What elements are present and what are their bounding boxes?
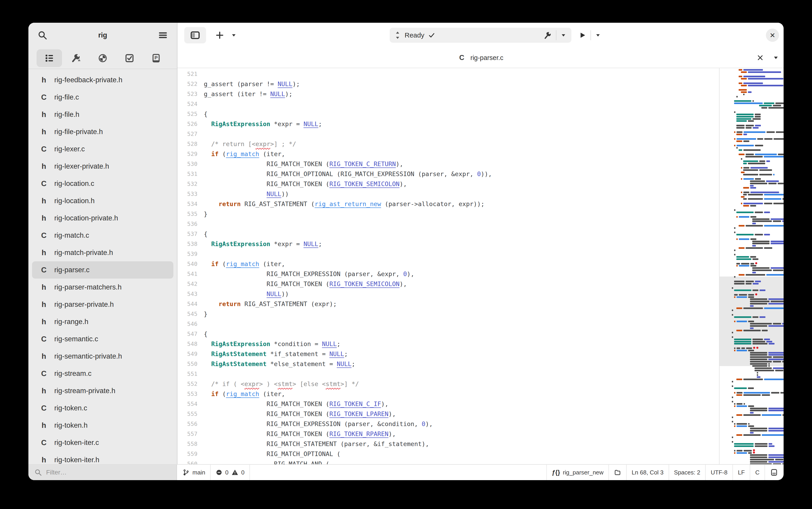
file-row-rig-range.h[interactable]: hrig-range.h bbox=[32, 313, 173, 330]
code-line-522[interactable]: 522g_assert (parser != NULL); bbox=[177, 79, 719, 89]
tab-close-icon[interactable] bbox=[757, 54, 764, 61]
file-row-rig-file-private.h[interactable]: hrig-file-private.h bbox=[32, 123, 173, 140]
minimap-row bbox=[750, 298, 784, 300]
file-row-rig-stream.c[interactable]: Crig-stream.c bbox=[32, 365, 173, 382]
code-line-537[interactable]: 537{ bbox=[177, 229, 719, 239]
code-line-544[interactable]: 544 return RIG_AST_STATEMENT (expr); bbox=[177, 299, 719, 309]
current-symbol-button[interactable]: ƒ{} rig_parser_new bbox=[552, 469, 603, 476]
code-line-545[interactable]: 545} bbox=[177, 309, 719, 319]
code-line-525[interactable]: 525{ bbox=[177, 109, 719, 119]
code-line-523[interactable]: 523g_assert (iter != NULL); bbox=[177, 89, 719, 99]
window-close-button[interactable]: ✕ bbox=[766, 29, 779, 42]
file-name: rig-semantic.c bbox=[54, 335, 98, 343]
filter-bar[interactable]: Filter… bbox=[28, 465, 177, 480]
line-ending-button[interactable]: LF bbox=[738, 469, 745, 476]
code-line-555[interactable]: 555 RIG_MATCH_TOKEN (RIG_TOKEN_LPAREN), bbox=[177, 409, 719, 419]
code-line-554[interactable]: 554 RIG_MATCH_TOKEN (RIG_TOKEN_C_IF), bbox=[177, 399, 719, 409]
file-row-rig-token-iter.h[interactable]: hrig-token-iter.h bbox=[32, 451, 173, 464]
tab-menu-chevron-icon[interactable] bbox=[773, 55, 779, 61]
file-row-rig-token-iter.c[interactable]: Crig-token-iter.c bbox=[32, 434, 173, 451]
code-line-529[interactable]: 529 if (rig_match (iter, bbox=[177, 149, 719, 159]
minimap[interactable] bbox=[719, 68, 784, 464]
branch-button[interactable]: main bbox=[182, 469, 205, 476]
code-line-542[interactable]: 542 RIG_MATCH_TOKEN (RIG_TOKEN_SEMICOLON… bbox=[177, 279, 719, 289]
code-line-528[interactable]: 528 /* return [<expr>] ; */ bbox=[177, 139, 719, 149]
code-line-532[interactable]: 532 RIG_MATCH_TOKEN (RIG_TOKEN_SEMICOLON… bbox=[177, 179, 719, 189]
minimap-row bbox=[739, 225, 784, 227]
code-line-558[interactable]: 558 RIG_MATCH_STATEMENT (parser, &if_sta… bbox=[177, 439, 719, 449]
code-line-553[interactable]: 553 if (rig_match (iter, bbox=[177, 389, 719, 399]
diagnostics-button[interactable]: 0 0 bbox=[216, 469, 244, 476]
code-line-556[interactable]: 556 RIG_MATCH_EXPRESSION (parser, &condi… bbox=[177, 419, 719, 429]
panel-tab-todo[interactable] bbox=[117, 49, 142, 67]
file-row-rig-feedback-private.h[interactable]: hrig-feedback-private.h bbox=[32, 71, 173, 89]
code-line-549[interactable]: 549 RigAstStatement *if_statement = NULL… bbox=[177, 349, 719, 359]
file-row-rig-parser-private.h[interactable]: hrig-parser-private.h bbox=[32, 296, 173, 313]
file-row-rig-file.h[interactable]: hrig-file.h bbox=[32, 106, 173, 123]
new-tab-menu-button[interactable] bbox=[229, 28, 238, 42]
file-row-rig-match-private.h[interactable]: hrig-match-private.h bbox=[32, 244, 173, 261]
file-row-rig-file.c[interactable]: Crig-file.c bbox=[32, 89, 173, 106]
code-line-530[interactable]: 530 RIG_MATCH_TOKEN (RIG_TOKEN_C_RETURN)… bbox=[177, 159, 719, 169]
search-button[interactable] bbox=[35, 28, 50, 42]
window-body: rig P bbox=[28, 23, 784, 464]
toggle-sidebar-button[interactable] bbox=[184, 27, 206, 43]
code-line-546[interactable]: 546 bbox=[177, 319, 719, 329]
code-line-550[interactable]: 550 RigAstStatement *else_statement = NU… bbox=[177, 359, 719, 369]
file-row-rig-location.h[interactable]: hrig-location.h bbox=[32, 192, 173, 209]
file-row-rig-match.c[interactable]: Crig-match.c bbox=[32, 227, 173, 244]
file-name: rig-match.c bbox=[54, 231, 89, 239]
source-editor[interactable]: 521522g_assert (parser != NULL);523g_ass… bbox=[177, 68, 719, 464]
run-icon[interactable] bbox=[579, 31, 587, 39]
code-line-521[interactable]: 521 bbox=[177, 69, 719, 79]
file-row-rig-location.c[interactable]: Crig-location.c bbox=[32, 175, 173, 192]
file-row-rig-token.c[interactable]: Crig-token.c bbox=[32, 400, 173, 417]
panel-tab-build-warnings[interactable] bbox=[63, 49, 89, 67]
code-line-557[interactable]: 557 RIG_MATCH_TOKEN (RIG_TOKEN_RPAREN), bbox=[177, 429, 719, 439]
build-menu-chevron-icon[interactable] bbox=[561, 32, 566, 38]
panel-tab-project-list[interactable] bbox=[37, 49, 62, 67]
language-button[interactable]: C bbox=[755, 469, 760, 476]
code-line-548[interactable]: 548 RigAstExpression *condition = NULL; bbox=[177, 339, 719, 349]
code-line-539[interactable]: 539 bbox=[177, 249, 719, 259]
code-line-541[interactable]: 541 RIG_MATCH_EXPRESSION (parser, &expr,… bbox=[177, 269, 719, 279]
omnibar[interactable]: Ready bbox=[390, 28, 571, 43]
code-line-547[interactable]: 547{ bbox=[177, 329, 719, 339]
encoding-button[interactable]: UTF-8 bbox=[711, 469, 728, 476]
project-folder-button[interactable] bbox=[614, 469, 621, 476]
file-row-rig-token.h[interactable]: hrig-token.h bbox=[32, 417, 173, 434]
file-row-rig-parser-matchers.h[interactable]: hrig-parser-matchers.h bbox=[32, 279, 173, 296]
code-line-534[interactable]: 534 return RIG_AST_STATEMENT (rig_ast_re… bbox=[177, 199, 719, 209]
file-row-rig-parser.c[interactable]: Crig-parser.c bbox=[32, 261, 173, 279]
code-line-526[interactable]: 526 RigAstExpression *expr = NULL; bbox=[177, 119, 719, 129]
code-line-559[interactable]: 559 RIG_MATCH_OPTIONAL ( bbox=[177, 449, 719, 459]
file-row-rig-location-private.h[interactable]: hrig-location-private.h bbox=[32, 209, 173, 227]
new-tab-button[interactable] bbox=[212, 28, 227, 42]
code-line-538[interactable]: 538 RigAstExpression *expr = NULL; bbox=[177, 239, 719, 249]
file-row-rig-semantic.c[interactable]: Crig-semantic.c bbox=[32, 330, 173, 348]
indentation-button[interactable]: Spaces: 2 bbox=[674, 469, 700, 476]
code-line-535[interactable]: 535} bbox=[177, 209, 719, 219]
keyboard-button[interactable] bbox=[770, 468, 778, 476]
code-line-551[interactable]: 551 bbox=[177, 369, 719, 379]
file-row-rig-lexer.c[interactable]: Crig-lexer.c bbox=[32, 140, 173, 158]
file-row-rig-semantic-private.h[interactable]: hrig-semantic-private.h bbox=[32, 348, 173, 365]
cursor-position-button[interactable]: Ln 68, Col 3 bbox=[632, 469, 663, 476]
code-line-543[interactable]: 543 NULL)) bbox=[177, 289, 719, 299]
file-row-rig-lexer-private.h[interactable]: hrig-lexer-private.h bbox=[32, 158, 173, 175]
panel-tab-profiler[interactable] bbox=[90, 49, 115, 67]
tab-rig-parser[interactable]: C rig-parser.c bbox=[458, 54, 503, 62]
code-line-540[interactable]: 540 if (rig_match (iter, bbox=[177, 259, 719, 269]
run-menu-chevron-icon[interactable] bbox=[595, 32, 601, 38]
code-line-536[interactable]: 536 bbox=[177, 219, 719, 229]
code-line-533[interactable]: 533 NULL)) bbox=[177, 189, 719, 199]
menu-button[interactable] bbox=[155, 28, 170, 42]
code-line-524[interactable]: 524 bbox=[177, 99, 719, 109]
file-row-rig-stream-private.h[interactable]: hrig-stream-private.h bbox=[32, 382, 173, 400]
build-hammer-icon[interactable] bbox=[543, 31, 552, 39]
code-line-527[interactable]: 527 bbox=[177, 129, 719, 139]
code-line-560[interactable]: 560 RIG_MATCH_AND ( bbox=[177, 459, 719, 464]
code-line-552[interactable]: 552 /* if ( <expr> ) <stmt> [else <stmt>… bbox=[177, 379, 719, 389]
panel-tab-documentation[interactable]: P bbox=[143, 49, 169, 67]
code-line-531[interactable]: 531 RIG_MATCH_OPTIONAL (RIG_MATCH_EXPRES… bbox=[177, 169, 719, 179]
